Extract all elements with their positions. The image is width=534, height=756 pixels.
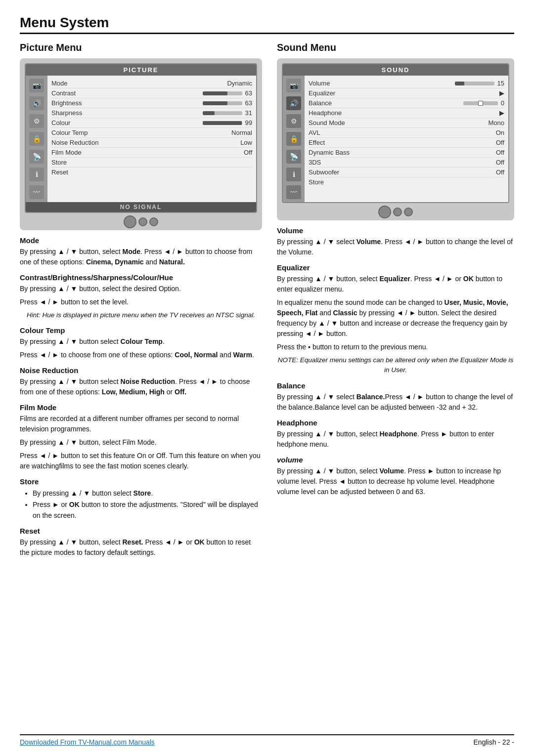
colour-temp-text-2: Press ◄ / ► to choose from one of these …	[20, 350, 262, 360]
colour-temp-section-title: Colour Temp	[20, 326, 262, 335]
sound-sidebar-icon-active: 🔊	[286, 96, 301, 110]
sharpness-right: 31	[203, 109, 252, 117]
sound-row-equalizer: Equalizer ▶	[309, 88, 504, 98]
colour-temp-text-1: By pressing ▲ / ▼ button select Colour T…	[20, 336, 262, 347]
mode-value: Dynamic	[227, 80, 252, 87]
subwoofer-label: Subwoofer	[309, 168, 339, 176]
picture-row-reset: Reset	[51, 168, 252, 177]
noise-section-title: Noise Reduction	[20, 366, 262, 375]
sound-volume-label: Volume	[309, 80, 330, 87]
picture-row-store: Store	[51, 158, 252, 168]
footer-page: English - 22 -	[474, 738, 514, 746]
sidebar-icon-camera: 📷	[29, 79, 44, 92]
balance-section-title: Balance	[277, 381, 514, 390]
sound-sidebar-icon-1: 📷	[286, 79, 301, 92]
film-section-title: Film Mode	[20, 403, 262, 412]
colour-value: 99	[245, 119, 252, 126]
colour-bar	[203, 121, 242, 125]
volume-section-title: Volume	[277, 226, 514, 235]
knob-2	[138, 217, 147, 226]
sound-sidebar-icon-4: 🔒	[286, 132, 301, 146]
avl-label: AVL	[309, 129, 320, 136]
colour-right: 99	[203, 119, 252, 126]
sharpness-bar	[203, 111, 242, 115]
page-title: Menu System	[20, 15, 514, 34]
sound-menu-title: Sound Menu	[277, 42, 514, 53]
sound-sidebar-icon-3: ⚙	[286, 114, 301, 128]
picture-row-colour: Colour 99	[51, 118, 252, 128]
film-text-3: Press ◄ / ► button to set this feature O…	[20, 451, 262, 471]
footer-link[interactable]: Downloaded From TV-Manual.com Manuals	[20, 738, 155, 746]
headphone-section-title: Headphone	[277, 419, 514, 427]
picture-menu-screen: PICTURE 📷 🔊 ⚙ 🔒 📡 ℹ 〰	[20, 58, 262, 230]
picture-row-sharpness: Sharpness 31	[51, 108, 252, 118]
reset-section-title-left: Reset	[20, 527, 262, 535]
hp-volume-section-title: volume	[277, 456, 514, 464]
brightness-label: Brightness	[51, 99, 82, 107]
left-column: Picture Menu PICTURE 📷 🔊 ⚙ 🔒 📡 ℹ 〰	[20, 42, 262, 726]
sound-row-subwoofer: Subwoofer Off	[309, 168, 504, 177]
sound-row-headphone: Headphone ▶	[309, 108, 504, 118]
sound-knob-1	[378, 206, 391, 218]
sound-volume-right: 15	[455, 80, 504, 87]
sound-menu-sidebar: 📷 🔊 ⚙ 🔒 📡 ℹ 〰	[283, 76, 305, 202]
contrast-section-title: Contrast/Brightness/Sharpness/Colour/Hue	[20, 273, 262, 282]
sound-knob-2	[393, 208, 402, 216]
footer: Downloaded From TV-Manual.com Manuals En…	[20, 734, 514, 746]
sound-volume-bar	[455, 82, 494, 85]
equalizer-text-2: In equalizer menu the sound mode can be …	[277, 297, 514, 339]
picture-menu-header: PICTURE	[26, 64, 256, 76]
sound-menu-header: SOUND	[283, 64, 508, 76]
sound-volume-value: 15	[497, 80, 504, 87]
sound-menu-body: 📷 🔊 ⚙ 🔒 📡 ℹ 〰 Volume	[283, 76, 508, 202]
subwoofer-value: Off	[496, 168, 504, 176]
film-label: Film Mode	[51, 149, 82, 156]
columns: Picture Menu PICTURE 📷 🔊 ⚙ 🔒 📡 ℹ 〰	[20, 42, 514, 726]
sound-menu-screen: SOUND 📷 🔊 ⚙ 🔒 📡 ℹ 〰	[277, 58, 514, 220]
sound-menu-box: SOUND 📷 🔊 ⚙ 🔒 📡 ℹ 〰	[282, 63, 509, 203]
sidebar-icon-info: ℹ	[29, 168, 44, 181]
picture-menu-sidebar: 📷 🔊 ⚙ 🔒 📡 ℹ 〰	[26, 76, 47, 202]
contrast-text-1: By pressing ▲ / ▼ button, select the des…	[20, 284, 262, 294]
contrast-hint: Hint: Hue is displayed in picture menu w…	[20, 310, 262, 320]
store-bullets: By pressing ▲ / ▼ button select Store. P…	[20, 488, 262, 521]
sharpness-value: 31	[245, 109, 252, 117]
effect-label: Effect	[309, 139, 325, 146]
brightness-bar	[203, 101, 242, 105]
picture-row-film: Film Mode Off	[51, 148, 252, 158]
no-signal-banner: NO SIGNAL	[26, 202, 256, 212]
equalizer-section-title: Equalizer	[277, 263, 514, 272]
sound-knob-3	[404, 208, 413, 216]
contrast-bar	[203, 91, 242, 95]
sound-row-sound-mode: Sound Mode Mono	[309, 118, 504, 128]
contrast-right: 63	[203, 89, 252, 97]
headphone-label: Headphone	[309, 109, 342, 117]
film-text-2: By pressing ▲ / ▼ button, select Film Mo…	[20, 437, 262, 448]
sound-tv-knobs	[282, 203, 509, 220]
knob-3	[149, 217, 158, 226]
sound-row-balance: Balance 0	[309, 98, 504, 108]
balance-label: Balance	[309, 99, 332, 107]
sidebar-icon-lock: 🔒	[29, 132, 44, 146]
hp-volume-text-1: By pressing ▲ / ▼ button, select Volume.…	[277, 466, 514, 497]
sidebar-icon-remote: 📡	[29, 150, 44, 164]
picture-menu-box: PICTURE 📷 🔊 ⚙ 🔒 📡 ℹ 〰	[25, 63, 257, 213]
contrast-text-2: Press ◄ / ► button to set the level.	[20, 297, 262, 307]
film-value: Off	[244, 149, 252, 156]
sound-sidebar-icon-7: 〰	[286, 185, 301, 199]
sidebar-icon-active: 🔊	[29, 96, 44, 110]
colour-temp-label: Colour Temp	[51, 129, 88, 136]
sound-row-volume: Volume 15	[309, 79, 504, 88]
brightness-right: 63	[203, 99, 252, 107]
sound-row-dynamic-bass: Dynamic Bass Off	[309, 148, 504, 158]
sound-sidebar-icon-6: ℹ	[286, 168, 301, 181]
contrast-label: Contrast	[51, 89, 76, 97]
store-label: Store	[51, 159, 67, 166]
picture-row-mode: Mode Dynamic	[51, 79, 252, 88]
balance-bar	[463, 101, 498, 105]
page: Menu System Picture Menu PICTURE 📷 🔊 ⚙ 🔒…	[0, 0, 534, 756]
picture-menu-body: 📷 🔊 ⚙ 🔒 📡 ℹ 〰 Mode Dynam	[26, 76, 256, 202]
dynamic-bass-value: Off	[496, 149, 504, 156]
store-bullet-2: Press ► or OK button to store the adjust…	[33, 499, 262, 521]
sound-row-3ds: 3DS Off	[309, 158, 504, 168]
